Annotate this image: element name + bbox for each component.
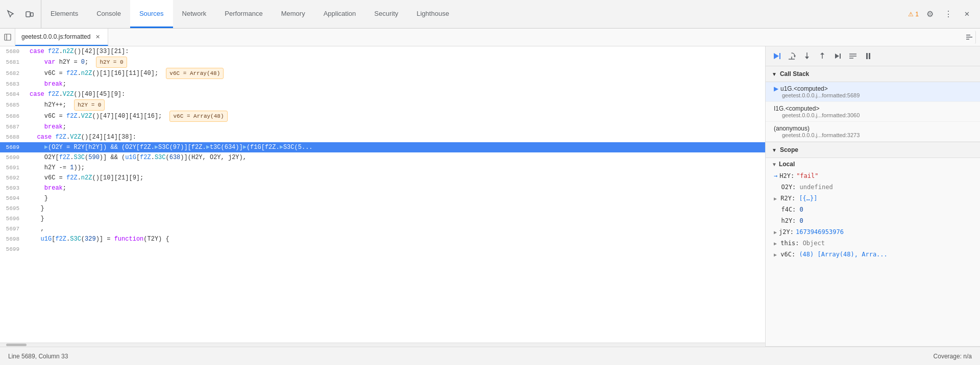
- coverage-label: Coverage: n/a: [934, 353, 972, 360]
- table-row: 5683 break;: [0, 79, 765, 89]
- svg-rect-8: [779, 53, 780, 59]
- line-number: 5688: [0, 132, 26, 142]
- file-tab-geetest[interactable]: geetest.0.0.0.js:formatted ✕: [15, 29, 108, 46]
- line-number: 5690: [0, 152, 26, 163]
- file-bar-right: [959, 29, 980, 46]
- scope-item-O2Y: O2Y: undefined: [766, 181, 980, 193]
- svg-marker-13: [805, 57, 809, 59]
- code-content: break;: [26, 79, 765, 89]
- table-row: 5686 v6C = f2Z.V2Z()[47][40][41][16]; v6…: [0, 111, 765, 122]
- code-content: break;: [26, 122, 765, 132]
- call-stack-items: ▶ u1G.<computed> geetest.0.0.0.j...forma…: [766, 82, 980, 142]
- code-content: var h2Y = 0; h2Y = 0: [26, 57, 765, 68]
- step-into-btn[interactable]: [800, 49, 814, 63]
- tab-console[interactable]: Console: [87, 0, 130, 28]
- call-stack-item-0[interactable]: ▶ u1G.<computed> geetest.0.0.0.j...forma…: [766, 82, 980, 102]
- scope-item-v6C[interactable]: ▶ v6C: (48) [Array(48), Arra...: [766, 249, 980, 260]
- svg-rect-22: [869, 53, 870, 59]
- table-row: 5692 v6C = f2Z.n2Z()[10][21][9];: [0, 173, 765, 183]
- nav-tabs: Elements Console Sources Network Perform…: [41, 0, 902, 28]
- debugger-toolbar: [766, 46, 980, 66]
- status-bar: Line 5689, Column 33 Coverage: n/a: [0, 347, 980, 365]
- right-panel: ▼ Call Stack ▶ u1G.<computed> geetest.0.…: [766, 46, 980, 347]
- call-stack-item-1[interactable]: I1G.<computed> geetest.0.0.0.j...formatt…: [766, 102, 980, 122]
- table-row: 5696 }: [0, 214, 765, 224]
- settings-btn[interactable]: ⚙: [923, 7, 937, 21]
- tab-elements[interactable]: Elements: [41, 0, 87, 28]
- tab-lighthouse[interactable]: Lighthouse: [407, 0, 458, 28]
- scope-item-j2Y[interactable]: ▶ j2Y: 1673946953976: [766, 226, 980, 238]
- file-ref-1: geetest.0.0.0.j...formatted:3060: [774, 112, 972, 118]
- table-row: 5693 break;: [0, 183, 765, 193]
- line-number: 5682: [0, 68, 26, 79]
- step-btn[interactable]: [831, 49, 844, 63]
- scope-local-header[interactable]: ▼ Local: [766, 158, 980, 170]
- code-content: }: [26, 203, 765, 214]
- code-scroll[interactable]: 5680 case f2Z.n2Z()[42][33][21]: 5681 va…: [0, 46, 765, 343]
- device-toolbar-btn[interactable]: [22, 7, 37, 21]
- tab-performance[interactable]: Performance: [215, 0, 272, 28]
- scope-item-H2Y: → H2Y: "fail": [766, 170, 980, 181]
- format-btn[interactable]: [963, 31, 976, 44]
- devtools-nav: Elements Console Sources Network Perform…: [0, 0, 980, 29]
- line-number: 5693: [0, 183, 26, 193]
- code-content: h2Y++; h2Y = 0: [26, 99, 765, 111]
- inspect-element-btn[interactable]: [4, 7, 18, 21]
- table-row: 5680 case f2Z.n2Z()[42][33][21]:: [0, 46, 765, 57]
- pause-exceptions-btn[interactable]: [862, 49, 875, 63]
- line-number: 5684: [0, 89, 26, 99]
- expand-icon: ▶: [774, 241, 777, 246]
- tab-memory[interactable]: Memory: [272, 0, 314, 28]
- horizontal-scrollbar[interactable]: [0, 343, 765, 347]
- tab-network[interactable]: Network: [173, 0, 216, 28]
- line-number: 5692: [0, 173, 26, 183]
- tab-security[interactable]: Security: [365, 0, 407, 28]
- code-content: ►(O2Y = R2Y[h2Y]) && (O2Y[f2Z.►S3C(97)][…: [26, 142, 765, 152]
- call-stack-header[interactable]: ▼ Call Stack: [766, 66, 980, 82]
- svg-marker-7: [774, 53, 779, 59]
- arrow-icon: ▼: [772, 162, 777, 167]
- line-number: 5695: [0, 203, 26, 214]
- code-content: }: [26, 193, 765, 203]
- table-row: 5695 }: [0, 203, 765, 214]
- scope-item-R2Y[interactable]: ▶ R2Y: [{…}]: [766, 193, 980, 204]
- code-content: O2Y[f2Z.S3C(590)] && (u1G[f2Z.S3C(638)](…: [26, 152, 765, 163]
- deactivate-btn[interactable]: [846, 49, 860, 63]
- scope-items: ▼ Local → H2Y: "fail" O2Y: undefined ▶: [766, 158, 980, 346]
- expand-icon: ▶: [774, 252, 777, 257]
- step-over-btn[interactable]: [785, 49, 798, 63]
- expand-icon: ▶: [774, 229, 777, 235]
- svg-rect-17: [840, 54, 841, 59]
- resume-btn[interactable]: [770, 49, 783, 63]
- active-arrow-icon: ▶: [774, 85, 778, 92]
- table-row: 5699: [0, 244, 765, 254]
- step-out-btn[interactable]: [816, 49, 829, 63]
- close-btn[interactable]: ✕: [960, 7, 974, 21]
- scope-header[interactable]: ▼ Scope: [766, 142, 980, 158]
- arrow-right-icon: →: [774, 172, 777, 179]
- line-number: 5687: [0, 122, 26, 132]
- table-row: 5682 v6C = f2Z.n2Z()[1][16][11][40]; v6C…: [0, 68, 765, 79]
- call-stack-title: Call Stack: [780, 70, 809, 77]
- line-number: 5681: [0, 57, 26, 68]
- expand-icon: ▶: [774, 196, 777, 201]
- file-tab-name: geetest.0.0.0.js:formatted: [21, 33, 90, 40]
- line-number: 5689: [0, 142, 26, 152]
- main-area: 5680 case f2Z.n2Z()[42][33][21]: 5681 va…: [0, 46, 980, 347]
- tab-sources[interactable]: Sources: [130, 0, 173, 28]
- svg-marker-9: [794, 56, 796, 58]
- file-tab-close-icon[interactable]: ✕: [93, 33, 102, 41]
- panel-toggle-btn[interactable]: [0, 29, 15, 46]
- table-row: 5688 case f2Z.V2Z()[24][14][38]:: [0, 132, 765, 142]
- tab-application[interactable]: Application: [314, 0, 365, 28]
- code-content: h2Y -= 1));: [26, 163, 765, 173]
- code-content: v6C = f2Z.n2Z()[10][21][9];: [26, 173, 765, 183]
- more-btn[interactable]: ⋮: [941, 7, 955, 21]
- nav-icons: [0, 0, 41, 28]
- line-number: 5685: [0, 99, 26, 111]
- scope-item-this[interactable]: ▶ this: Object: [766, 238, 980, 249]
- call-stack-item-2[interactable]: (anonymous) geetest.0.0.0.j...formatted:…: [766, 122, 980, 142]
- code-content: u1G[f2Z.S3C(329)] = function(T2Y) {: [26, 234, 765, 244]
- svg-rect-0: [26, 12, 30, 17]
- line-number: 5698: [0, 234, 26, 244]
